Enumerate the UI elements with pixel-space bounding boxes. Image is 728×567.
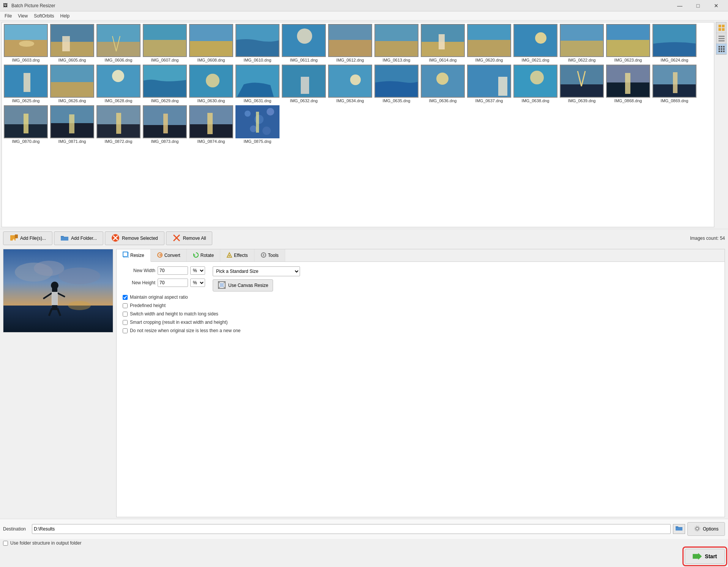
image-grid-container[interactable]: IMG_0603.dng IMG_0605.dng IMG_0606.dng (2, 22, 714, 227)
thumbnail (189, 24, 233, 57)
image-name: IMG_0606.dng (96, 57, 141, 63)
list-item[interactable]: IMG_0634.dng (328, 65, 373, 104)
image-name: IMG_0607.dng (142, 57, 187, 63)
list-item[interactable]: IMG_0625.dng (3, 65, 48, 104)
remove-all-icon (172, 234, 181, 243)
list-item[interactable]: IMG_0631.dng (235, 65, 280, 104)
list-item[interactable]: IMG_0871.dng (50, 105, 95, 144)
add-files-button[interactable]: + Add File(s)... (3, 231, 52, 245)
svg-rect-26 (561, 25, 604, 41)
use-folder-checkbox[interactable] (3, 541, 8, 546)
list-item[interactable]: IMG_0636.dng (420, 65, 465, 104)
list-item[interactable]: IMG_0605.dng (50, 24, 95, 63)
list-item[interactable]: IMG_0868.dng (606, 65, 651, 104)
menu-help[interactable]: Help (57, 13, 73, 19)
list-item[interactable]: IMG_0875.dng (235, 105, 280, 144)
list-item[interactable]: IMG_0638.dng (513, 65, 558, 104)
maintain-ratio-checkbox[interactable] (123, 295, 128, 300)
menu-view[interactable]: View (15, 13, 31, 19)
list-item[interactable]: IMG_0873.dng (142, 105, 187, 144)
smart-crop-checkbox[interactable] (123, 320, 128, 325)
menu-file[interactable]: File (2, 13, 15, 19)
no-resize-checkbox[interactable] (123, 328, 128, 333)
tab-rotate[interactable]: Rotate (187, 249, 220, 261)
list-item[interactable]: IMG_0608.dng (189, 24, 234, 63)
tab-tools[interactable]: Tools (254, 249, 285, 261)
list-item[interactable]: IMG_0624.dng (652, 24, 697, 63)
list-item[interactable]: IMG_0874.dng (189, 105, 234, 144)
list-item[interactable]: IMG_0603.dng (3, 24, 48, 63)
remove-selected-label: Remove Selected (122, 236, 158, 241)
thumbnail (421, 24, 465, 57)
tab-effects[interactable]: Effects (220, 249, 254, 261)
thumbnail (143, 24, 187, 57)
add-folder-label: Add Folder... (71, 236, 97, 241)
list-item[interactable]: IMG_0620.dng (467, 24, 512, 63)
width-unit-select[interactable]: % px (190, 266, 205, 275)
tabs-header: Resize Convert (117, 249, 725, 262)
options-label: Options (703, 526, 719, 532)
menu-softorbits[interactable]: SoftOrbits (31, 13, 57, 19)
svg-rect-9 (144, 40, 187, 57)
svg-text:+: + (12, 238, 15, 242)
tools-tab-icon (261, 252, 267, 259)
rotate-tab-label: Rotate (201, 253, 214, 258)
svg-point-25 (535, 32, 546, 44)
list-item[interactable]: IMG_0626.dng (50, 65, 95, 104)
svg-rect-28 (607, 25, 650, 40)
predefined-height-checkbox[interactable] (123, 303, 128, 308)
list-item[interactable]: IMG_0639.dng (559, 65, 604, 104)
list-item[interactable]: IMG_0869.dng (652, 65, 697, 104)
canvas-resize-button[interactable]: Use Canvas Resize (213, 279, 273, 291)
list-item[interactable]: IMG_0637.dng (467, 65, 512, 104)
predefined-height-label: Predefined height (130, 303, 166, 308)
list-item[interactable]: IMG_0629.dng (142, 65, 187, 104)
close-button[interactable]: ✕ (707, 0, 725, 11)
destination-browse-button[interactable] (673, 524, 685, 534)
remove-selected-button[interactable]: Remove Selected (105, 231, 164, 245)
list-item[interactable]: IMG_0632.dng (281, 65, 326, 104)
large-thumbnail-view-button[interactable] (716, 22, 727, 33)
list-item[interactable]: IMG_0628.dng (96, 65, 141, 104)
list-item[interactable]: IMG_0622.dng (559, 24, 604, 63)
standard-size-select[interactable]: Pick a Standard Size (213, 266, 300, 276)
thumbnail (652, 24, 696, 57)
thumbnail (189, 105, 233, 138)
switch-wh-checkbox[interactable] (123, 312, 128, 317)
list-view-button[interactable] (716, 33, 727, 44)
remove-all-button[interactable]: Remove All (166, 231, 213, 245)
grid-view-button[interactable] (716, 44, 727, 54)
maximize-button[interactable]: □ (689, 0, 707, 11)
list-item[interactable]: IMG_0610.dng (235, 24, 280, 63)
options-button[interactable]: Options (687, 522, 725, 536)
list-item[interactable]: IMG_0607.dng (142, 24, 187, 63)
start-arrow-icon (693, 553, 702, 560)
destination-input[interactable] (32, 524, 671, 534)
tab-convert[interactable]: Convert (151, 249, 187, 261)
add-files-icon: + (9, 234, 18, 243)
list-item[interactable]: IMG_0870.dng (3, 105, 48, 144)
list-item[interactable]: IMG_0611.dng (281, 24, 326, 63)
image-name: IMG_0611.dng (281, 57, 326, 63)
svg-rect-84 (719, 28, 721, 31)
svg-rect-3 (51, 25, 94, 42)
height-input[interactable] (158, 279, 188, 287)
minimize-button[interactable]: — (671, 0, 689, 11)
height-unit-select[interactable]: % px (190, 279, 205, 287)
list-item[interactable]: IMG_0623.dng (606, 24, 651, 63)
list-item[interactable]: IMG_0872.dng (96, 105, 141, 144)
svg-point-112 (51, 282, 58, 289)
list-item[interactable]: IMG_0635.dng (374, 65, 419, 104)
list-item[interactable]: IMG_0606.dng (96, 24, 141, 63)
thumbnail (235, 105, 280, 138)
list-item[interactable]: IMG_0630.dng (189, 65, 234, 104)
list-item[interactable]: IMG_0613.dng (374, 24, 419, 63)
svg-rect-7 (97, 42, 141, 57)
list-item[interactable]: IMG_0621.dng (513, 24, 558, 63)
start-button[interactable]: Start (685, 549, 725, 564)
add-folder-button[interactable]: Add Folder... (54, 231, 103, 245)
tab-resize[interactable]: Resize (117, 249, 151, 262)
width-input[interactable] (158, 266, 188, 275)
list-item[interactable]: IMG_0612.dng (328, 24, 373, 63)
list-item[interactable]: IMG_0614.dng (420, 24, 465, 63)
